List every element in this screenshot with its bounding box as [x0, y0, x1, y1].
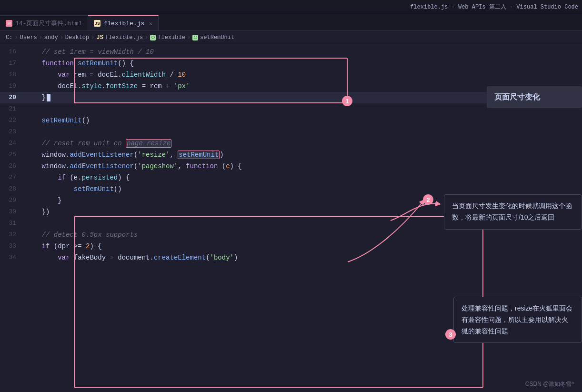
- line-num-25: 25: [0, 149, 24, 161]
- line-num-33: 33: [0, 241, 24, 252]
- title-bar: flexible.js - Web APIs 第二入 - Visual Stud…: [0, 0, 582, 14]
- annotation-tooltip-2: 当页面尺寸发生变化的时候就调用这个函数，将最新的页面尺寸/10之后返回: [444, 194, 582, 230]
- line-num-29: 29: [0, 195, 24, 206]
- line-content-33: if (dpr >= 2) {: [24, 241, 582, 252]
- breadcrumb-flexible-js: flexible.js: [105, 34, 143, 41]
- html-icon: H: [6, 20, 12, 27]
- code-line-27: 27 if (e.persisted) {: [0, 172, 582, 183]
- tab-js-label: flexible.js: [103, 20, 144, 27]
- line-content-28: setRemUnit(): [24, 183, 582, 195]
- breadcrumb-js-indicator: JS: [96, 34, 103, 41]
- line-content-25: window.addEventListener('resize', setRem…: [24, 149, 582, 161]
- code-line-25: 25 window.addEventListener('resize', set…: [0, 149, 582, 161]
- line-content-23: [24, 126, 582, 138]
- breadcrumb-setremunit: setRemUnit: [200, 34, 234, 41]
- line-content-17: function setRemUnit() {: [24, 58, 582, 69]
- line-num-26: 26: [0, 161, 24, 172]
- line-num-21: 21: [0, 103, 24, 115]
- code-line-28: 28 setRemUnit(): [0, 183, 582, 195]
- code-area: 16 // set 1rem = viewWidth / 10 17 funct…: [0, 44, 582, 265]
- tab-close-icon[interactable]: ✕: [149, 20, 152, 27]
- annotation-3-body: 处理兼容性问题，resize在火狐里面会有兼容性问题，所以主要用以解决火狐的兼容…: [462, 304, 572, 335]
- line-num-20: 20: [0, 92, 24, 103]
- line-num-30: 30: [0, 206, 24, 218]
- badge-3: 3: [445, 329, 456, 340]
- title-text: flexible.js - Web APIs 第二入 - Visual Stud…: [410, 3, 578, 11]
- line-num-22: 22: [0, 115, 24, 126]
- line-content-26: window.addEventListener('pageshow', func…: [24, 161, 582, 172]
- line-num-24: 24: [0, 138, 24, 149]
- breadcrumb-desktop: Desktop: [65, 34, 89, 41]
- line-content-16: // set 1rem = viewWidth / 10: [24, 46, 582, 58]
- annotation-tooltip-3: 处理兼容性问题，resize在火狐里面会有兼容性问题，所以主要用以解决火狐的兼容…: [453, 297, 582, 343]
- annotation-2-body: 当页面尺寸发生变化的时候就调用这个函数，将最新的页面尺寸/10之后返回: [452, 202, 572, 221]
- annotation-1-title: 页面尺寸变化: [494, 93, 540, 101]
- badge-1: 1: [342, 96, 352, 106]
- line-content-34: var fakeBody = document.createElement('b…: [24, 252, 582, 263]
- line-num-31: 31: [0, 218, 24, 229]
- tab-bar: H 14-页面尺寸事件.html JS flexible.js ✕: [0, 14, 582, 31]
- editor: 16 // set 1rem = viewWidth / 10 17 funct…: [0, 44, 582, 392]
- code-line-22: 22 setRemUnit(): [0, 115, 582, 126]
- line-num-19: 19: [0, 80, 24, 92]
- code-line-24: 24 // reset rem unit on page resize: [0, 138, 582, 149]
- line-content-32: // detect 0.5px supports: [24, 229, 582, 241]
- code-line-26: 26 window.addEventListener('pageshow', f…: [0, 161, 582, 172]
- tab-js[interactable]: JS flexible.js ✕: [88, 15, 158, 30]
- watermark: CSDN @激如冬雪^: [525, 380, 574, 388]
- line-num-27: 27: [0, 172, 24, 183]
- line-num-17: 17: [0, 58, 24, 69]
- line-content-18: var rem = docEl.clientWidth / 10: [24, 69, 582, 80]
- code-line-17: 17 function setRemUnit() {: [0, 58, 582, 69]
- badge-2: 2: [423, 194, 433, 205]
- line-num-18: 18: [0, 69, 24, 80]
- line-num-23: 23: [0, 126, 24, 138]
- breadcrumb-fn-icon: ⬡: [192, 35, 198, 40]
- line-num-28: 28: [0, 183, 24, 195]
- line-content-24: // reset rem unit on page resize: [24, 138, 582, 149]
- breadcrumb-file-icon: ⬡: [150, 35, 156, 40]
- annotation-tooltip-1: 页面尺寸变化: [487, 86, 582, 108]
- line-num-32: 32: [0, 229, 24, 241]
- js-icon: JS: [94, 20, 100, 27]
- line-num-34: 34: [0, 252, 24, 263]
- breadcrumb: C: › Users › andy › Desktop › JS flexibl…: [0, 31, 582, 44]
- code-line-33: 33 if (dpr >= 2) {: [0, 241, 582, 252]
- breadcrumb-c: C:: [6, 34, 12, 41]
- line-num-16: 16: [0, 46, 24, 58]
- code-line-16: 16 // set 1rem = viewWidth / 10: [0, 46, 582, 58]
- line-content-27: if (e.persisted) {: [24, 172, 582, 183]
- breadcrumb-users: Users: [20, 34, 37, 41]
- line-content-22: setRemUnit(): [24, 115, 582, 126]
- tab-html-label: 14-页面尺寸事件.html: [15, 19, 82, 28]
- breadcrumb-flexible: flexible: [158, 34, 185, 41]
- code-line-18: 18 var rem = docEl.clientWidth / 10: [0, 69, 582, 80]
- code-line-32: 32 // detect 0.5px supports: [0, 229, 582, 241]
- code-line-34: 34 var fakeBody = document.createElement…: [0, 252, 582, 263]
- breadcrumb-andy: andy: [44, 34, 58, 41]
- code-line-23: 23: [0, 126, 582, 138]
- tab-html[interactable]: H 14-页面尺寸事件.html: [0, 15, 88, 30]
